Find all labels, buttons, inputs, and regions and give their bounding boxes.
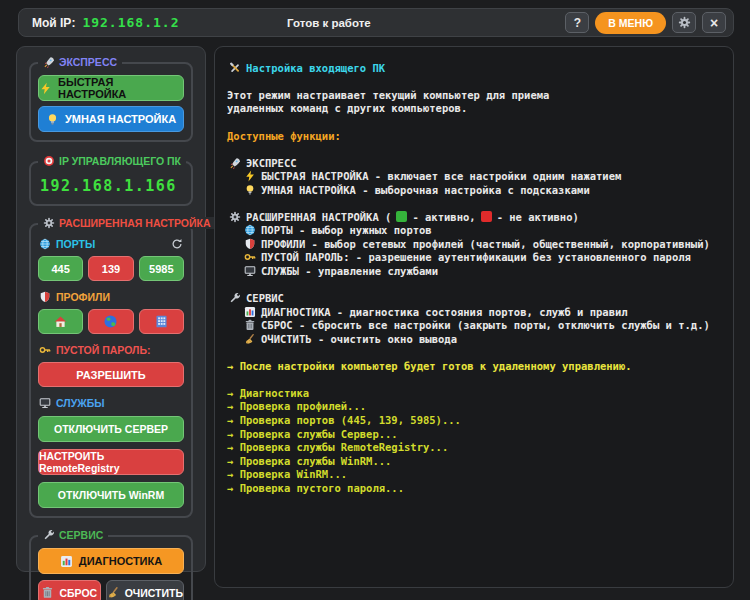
console-line: → Проверка службы Сервер... [227, 427, 721, 441]
console-line: → Проверка службы RemoteRegistry... [227, 440, 721, 454]
title-bar: Мой IP: 192.168.1.2 Готов к работе ? В М… [18, 8, 734, 37]
console-line: Этот режим настраивает текущий компьютер… [227, 88, 721, 102]
help-button[interactable]: ? [565, 12, 589, 33]
broom-icon [107, 586, 120, 599]
active-indicator [396, 211, 407, 222]
my-ip-value: 192.168.1.2 [82, 15, 179, 30]
profile-domain-button[interactable] [139, 309, 184, 334]
output-console: Настройка входящего ПК Этот режим настра… [214, 46, 734, 588]
disable-winrm-button[interactable]: ОТКЛЮЧИТЬ WinRM [38, 482, 184, 508]
console-line [227, 115, 721, 129]
bulb-icon [242, 184, 257, 196]
profile-private-button[interactable] [38, 309, 83, 334]
house-icon [53, 314, 68, 329]
port-445-button[interactable]: 445 [38, 256, 83, 281]
menu-button-label: В МЕНЮ [608, 17, 653, 29]
reset-button[interactable]: СБРОС [38, 580, 101, 600]
sidebar: ЭКСПРЕСС БЫСТРАЯ НАСТРОЙКА УМНАЯ НАСТРОЙ… [16, 46, 206, 572]
close-icon: × [710, 16, 718, 30]
services-section-label: СЛУЖБЫ [39, 397, 183, 409]
express-group: ЭКСПРЕСС БЫСТРАЯ НАСТРОЙКА УМНАЯ НАСТРОЙ… [29, 62, 193, 142]
profiles-section-label: ПРОФИЛИ [39, 291, 183, 303]
console-line [227, 196, 721, 210]
smart-setup-button[interactable]: УМНАЯ НАСТРОЙКА [38, 106, 184, 132]
close-button[interactable]: × [702, 12, 726, 33]
console-line: удаленных команд с других компьютеров. [227, 102, 721, 116]
status-text: Готов к работе [287, 17, 371, 29]
console-line: ОЧИСТИТЬ - очистить окно вывода [227, 332, 721, 346]
console-line: → Проверка пустого пароля... [227, 481, 721, 495]
refresh-ports-icon[interactable] [171, 238, 183, 250]
console-line: СЛУЖБЫ - управление службами [227, 264, 721, 278]
tools-icon [227, 62, 242, 74]
shield-icon [242, 238, 257, 250]
shield-icon [39, 291, 51, 303]
rocket-icon [227, 157, 242, 169]
fast-setup-button[interactable]: БЫСТРАЯ НАСТРОЙКА [38, 75, 184, 101]
allow-empty-password-button[interactable]: РАЗРЕШИТЬ [38, 362, 184, 387]
chart-icon [242, 306, 257, 318]
console-line: БЫСТРАЯ НАСТРОЙКА - включает все настрой… [227, 169, 721, 183]
console-line: ПОРТЫ - выбор нужных портов [227, 224, 721, 238]
diagnostics-button[interactable]: ДИАГНОСТИКА [38, 548, 184, 574]
console-line: Настройка входящего ПК [227, 61, 721, 75]
setup-remoteregistry-button[interactable]: НАСТРОИТЬ RemoteRegistry [38, 449, 184, 475]
port-5985-button[interactable]: 5985 [139, 256, 184, 281]
express-group-label: ЭКСПРЕСС [38, 56, 122, 68]
rocket-icon [43, 56, 55, 68]
service-group-label: СЕРВИС [38, 529, 108, 541]
broom-icon [242, 333, 257, 345]
trash-icon [41, 586, 54, 599]
key-icon [242, 251, 257, 263]
console-line: ПРОФИЛИ - выбор сетевых профилей (частны… [227, 237, 721, 251]
advanced-group-label: РАСШИРЕННАЯ НАСТРОЙКА [38, 217, 216, 229]
chart-icon [60, 555, 73, 568]
ports-row: 4451395985 [38, 256, 184, 281]
console-line: → После настройки компьютер будет готов … [227, 359, 721, 373]
console-line [227, 142, 721, 156]
zap-icon [39, 82, 52, 95]
gear-icon [43, 217, 55, 229]
disable-server-button[interactable]: ОТКЛЮЧИТЬ СЕРВЕР [38, 416, 184, 442]
question-icon: ? [574, 16, 581, 30]
ports-section-label: ПОРТЫ [39, 238, 183, 250]
globe-icon [39, 238, 51, 250]
console-line [227, 75, 721, 89]
earth-icon [103, 314, 118, 329]
wrench-icon [43, 529, 55, 541]
profiles-row [38, 309, 184, 334]
menu-button[interactable]: В МЕНЮ [595, 12, 666, 34]
gear-icon [678, 16, 691, 29]
globe-icon [242, 224, 257, 236]
port-139-button[interactable]: 139 [88, 256, 133, 281]
console-line: СЕРВИС [227, 291, 721, 305]
empty-password-section-label: ПУСТОЙ ПАРОЛЬ: [39, 344, 183, 356]
settings-button[interactable] [672, 12, 696, 33]
services-column: ОТКЛЮЧИТЬ СЕРВЕРНАСТРОИТЬ RemoteRegistry… [38, 416, 184, 508]
console-line: → Диагностика [227, 386, 721, 400]
console-line [227, 373, 721, 387]
monitor-icon [242, 265, 257, 277]
manager-ip-group: IP УПРАВЛЯЮЩЕГО ПК 192.168.1.166 [29, 161, 193, 206]
console-line: РАСШИРЕННАЯ НАСТРОЙКА ( - активно, - не … [227, 210, 721, 224]
console-line: → Проверка службы WinRM... [227, 454, 721, 468]
advanced-group: РАСШИРЕННАЯ НАСТРОЙКА ПОРТЫ 4451395985 П… [29, 223, 193, 518]
manager-ip-value: 192.168.1.166 [38, 174, 184, 196]
building-icon [154, 314, 169, 329]
console-line: → Проверка профилей... [227, 400, 721, 414]
console-line [227, 278, 721, 292]
bulb-icon [46, 113, 59, 126]
key-icon [39, 344, 51, 356]
service-group: СЕРВИС ДИАГНОСТИКА СБРОС ОЧИСТИТЬ [29, 535, 193, 600]
zap-icon [242, 170, 257, 182]
inactive-indicator [481, 211, 492, 222]
console-line: → Проверка портов (445, 139, 5985)... [227, 413, 721, 427]
console-line [227, 345, 721, 359]
console-line: ЭКСПРЕСС [227, 156, 721, 170]
console-line: ДИАГНОСТИКА - диагностика состояния порт… [227, 305, 721, 319]
profile-public-button[interactable] [88, 309, 133, 334]
monitor-icon [39, 397, 51, 409]
clear-button[interactable]: ОЧИСТИТЬ [106, 580, 184, 600]
gear-icon [227, 211, 242, 223]
manager-ip-group-label: IP УПРАВЛЯЮЩЕГО ПК [38, 155, 186, 167]
